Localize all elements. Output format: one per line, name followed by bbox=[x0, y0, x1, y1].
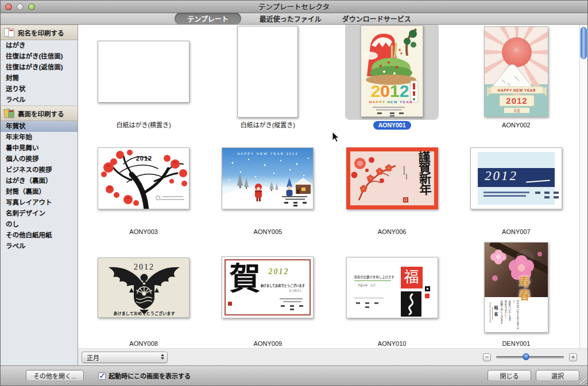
black-square-seal bbox=[425, 286, 430, 291]
tab-template[interactable]: テンプレート bbox=[175, 13, 241, 25]
zoom-in-button[interactable] bbox=[569, 353, 577, 361]
sidebar-item-business-greeting[interactable]: ビジネスの挨拶 bbox=[1, 165, 78, 176]
show-at-startup-label: 起動時にこの画面を表示する bbox=[109, 371, 191, 380]
greeting-line bbox=[483, 195, 526, 197]
aony008-art: 2012 bbox=[98, 258, 189, 318]
aony002-date: 元旦 bbox=[513, 109, 520, 113]
sidebar-item-label2[interactable]: ラベル bbox=[1, 241, 78, 252]
vertical-scrollbar[interactable] bbox=[579, 25, 587, 348]
tab-download-service[interactable]: ダウンロードサービス bbox=[340, 13, 413, 24]
aony005-art bbox=[222, 148, 314, 209]
template-item-aony002[interactable]: HAPPY NEW YEAR 2012 元旦 AONY002 bbox=[454, 25, 578, 131]
template-label: AONY010 bbox=[378, 340, 407, 348]
sidebar-header-back: 裏面を印刷する bbox=[1, 106, 78, 121]
sidebar: 宛名を印刷する はがき 往復はがき(往信面) 往復はがき(返信面) 封筒 送り状… bbox=[1, 25, 78, 365]
template-label: AONY008 bbox=[129, 340, 158, 348]
deny001-addressee: 宛名 bbox=[493, 306, 498, 326]
tab-recent-files[interactable]: 最近使ったファイル bbox=[257, 13, 324, 24]
template-item-aony005[interactable]: HAPPY NEW YEAR 2012 AONY005 bbox=[206, 131, 330, 238]
thumbnail-deny001[interactable]: 寿春 幸せな一年でありますよう お祈りいたします 本年もよろしく お願い申し上げ… bbox=[484, 242, 548, 333]
aony007-year: 2012 bbox=[485, 169, 518, 184]
aony005-greeting: HAPPY NEW YEAR 2012 bbox=[222, 152, 313, 155]
template-label: 白紙はがき(横置き) bbox=[116, 121, 171, 130]
open-other-button[interactable]: その他を開く... bbox=[26, 370, 84, 381]
thumbnail-aony001[interactable]: 2012 HAPPY NEW YEAR bbox=[361, 25, 423, 117]
category-popup-button[interactable]: 正月 bbox=[82, 352, 168, 363]
aony001-year: 2012 bbox=[371, 81, 409, 100]
aony009-greeting: あけましておめでとうございます bbox=[260, 283, 305, 287]
sidebar-item-ofuku-outbound[interactable]: 往復はがき(往信面) bbox=[1, 51, 78, 62]
thumbnail-aony009[interactable]: 賀 2012 あけましておめでとうございます たつのとし bbox=[222, 256, 314, 318]
template-item-aony001[interactable]: 2012 HAPPY NEW YEAR AONY001 bbox=[330, 25, 454, 131]
sidebar-item-label[interactable]: ラベル bbox=[1, 95, 78, 106]
template-selector-window: テンプレートセレクタ テンプレート 最近使ったファイル ダウンロードサービス 宛… bbox=[0, 0, 588, 386]
show-at-startup-checkbox[interactable] bbox=[98, 372, 106, 380]
thumbnail-aony010[interactable]: 新春のお慶びを申し上げます 平成24年 元旦 福 bbox=[346, 257, 438, 318]
template-item-deny001[interactable]: 寿春 幸せな一年でありますよう お祈りいたします 本年もよろしく お願い申し上げ… bbox=[454, 238, 578, 348]
sidebar-item-ofuku-return[interactable]: 往復はがき(返信面) bbox=[1, 62, 78, 73]
popup-arrows-icon bbox=[161, 354, 164, 360]
sidebar-item-nengajo[interactable]: 年賀状 bbox=[1, 121, 78, 132]
green-underline bbox=[354, 280, 391, 282]
template-label: AONY005 bbox=[254, 228, 283, 236]
bottom-bar: その他を開く... 起動時にこの画面を表示する 閉じる 選択 bbox=[1, 365, 587, 385]
aony006-calligraphy: 謹賀新年 bbox=[416, 150, 431, 194]
close-button[interactable]: 閉じる bbox=[488, 370, 531, 381]
aony002-year: 2012 bbox=[506, 96, 527, 106]
template-grid-area: 白紙はがき(横置き) 白紙はがき(縦置き) bbox=[78, 25, 587, 365]
aony003-art: 2012 bbox=[98, 148, 189, 209]
template-item-aony007[interactable]: 2012 AONY007 bbox=[454, 131, 578, 238]
sidebar-item-invoice[interactable]: 送り状 bbox=[1, 84, 78, 95]
template-label: AONY007 bbox=[502, 228, 531, 236]
thumbnail-aony002[interactable]: HAPPY NEW YEAR 2012 元旦 bbox=[484, 26, 548, 117]
template-label-selected: AONY001 bbox=[373, 121, 411, 130]
template-item-aony006[interactable]: 謹賀新年 AONY006 bbox=[330, 131, 454, 238]
resize-grip[interactable] bbox=[580, 378, 587, 385]
thumbnail-aony006[interactable]: 謹賀新年 bbox=[346, 147, 438, 209]
template-label: DENY001 bbox=[502, 340, 530, 348]
zoom-control bbox=[483, 353, 577, 361]
thumbnail-aony007[interactable]: 2012 bbox=[470, 147, 562, 209]
sidebar-item-hagaki-back[interactable]: はがき（裏面） bbox=[1, 176, 78, 186]
sidebar-item-year-end[interactable]: 年末年始 bbox=[1, 132, 78, 143]
red-seal bbox=[403, 197, 408, 202]
sidebar-header-address: 宛名を印刷する bbox=[1, 25, 78, 40]
thumbnail-aony008[interactable]: 2012 bbox=[98, 258, 189, 318]
template-item-blank-portrait[interactable]: 白紙はがき(縦置き) bbox=[206, 25, 330, 131]
aony003-year: 2012 bbox=[136, 155, 152, 162]
zoom-slider-track[interactable] bbox=[496, 356, 564, 358]
aony001-greeting: HAPPY NEW YEAR bbox=[369, 100, 413, 104]
template-label: 白紙はがき(縦置き) bbox=[241, 121, 295, 130]
thumbnail-aony005[interactable]: HAPPY NEW YEAR 2012 bbox=[222, 147, 314, 209]
sidebar-item-envelope[interactable]: 封筒 bbox=[1, 73, 78, 84]
greeting-line bbox=[483, 192, 529, 193]
select-button[interactable]: 選択 bbox=[536, 370, 579, 381]
aony009-year: 2012 bbox=[268, 267, 289, 276]
aony009-kanji: 賀 bbox=[229, 256, 260, 299]
red-square-seal bbox=[425, 294, 430, 298]
sidebar-item-photo-layout[interactable]: 写真レイアウト bbox=[1, 197, 78, 208]
sidebar-item-envelope-back[interactable]: 封筒（裏面） bbox=[1, 186, 78, 197]
aony008-year: 2012 bbox=[134, 263, 154, 271]
selection-highlight: 2012 HAPPY NEW YEAR bbox=[345, 25, 439, 120]
sidebar-item-summer-greeting[interactable]: 暑中見舞い bbox=[1, 143, 78, 154]
template-item-aony003[interactable]: 2012 AONY003 bbox=[82, 131, 206, 238]
sidebar-item-personal-greeting[interactable]: 個人の挨拶 bbox=[1, 154, 78, 165]
aony010-date: 平成24年 元旦 bbox=[358, 283, 376, 287]
sidebar-item-business-card[interactable]: 名刺デザイン bbox=[1, 208, 78, 219]
sidebar-item-hagaki[interactable]: はがき bbox=[1, 40, 78, 51]
thumbnail-blank-landscape[interactable] bbox=[98, 41, 189, 103]
black-calligraphy-box bbox=[401, 291, 421, 317]
sidebar-item-other-blank[interactable]: その他白紙用紙 bbox=[1, 230, 78, 241]
template-item-blank-landscape[interactable]: 白紙はがき(横置き) bbox=[82, 25, 206, 131]
thumbnail-blank-portrait[interactable] bbox=[237, 26, 298, 118]
thumbnail-aony003[interactable]: 2012 bbox=[98, 147, 189, 209]
template-item-aony009[interactable]: 賀 2012 あけましておめでとうございます たつのとし bbox=[206, 238, 330, 348]
sidebar-item-noshi[interactable]: のし bbox=[1, 219, 78, 230]
zoom-out-button[interactable] bbox=[483, 353, 491, 361]
aony010-greeting: 新春のお慶びを申し上げます bbox=[354, 275, 394, 279]
zoom-slider-knob[interactable] bbox=[523, 353, 529, 360]
template-item-aony010[interactable]: 新春のお慶びを申し上げます 平成24年 元旦 福 bbox=[330, 238, 454, 348]
template-item-aony008[interactable]: 2012 bbox=[82, 238, 206, 348]
scrollbar-thumb[interactable] bbox=[581, 27, 587, 59]
